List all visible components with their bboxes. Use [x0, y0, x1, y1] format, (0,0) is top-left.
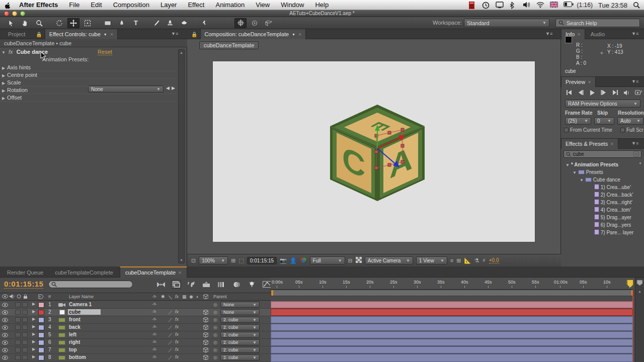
close-icon[interactable]: ×	[178, 269, 181, 276]
brush-tool[interactable]	[150, 18, 162, 28]
preset-item-7[interactable]: 7) Pare... layer	[594, 229, 633, 236]
eye-icon[interactable]	[2, 310, 8, 316]
layer-name[interactable]: back	[69, 324, 80, 330]
help-search-input[interactable]: Search Help	[555, 19, 640, 27]
film-status-icon[interactable]	[468, 2, 476, 9]
preset-item-3[interactable]: 3) Crea...right'	[594, 199, 632, 206]
shy-layers-icon[interactable]	[186, 280, 196, 289]
ram-preview-button[interactable]	[634, 89, 642, 96]
pickwhip-icon[interactable]: ◎	[213, 302, 217, 307]
apple-icon[interactable]	[4, 2, 12, 9]
region-of-interest-icon[interactable]: ⬚	[238, 257, 244, 264]
cube-layer[interactable]: E C A	[327, 101, 428, 206]
comp-mini-flowchart-icon[interactable]	[156, 280, 166, 289]
group-row-axis-hints[interactable]: ▶Axis hints	[0, 64, 177, 71]
eraser-tool[interactable]	[178, 18, 190, 28]
effect-row-cube-dance[interactable]: ▼ fx Cube dance Reset	[0, 48, 177, 56]
reset-button[interactable]: Reset	[98, 49, 112, 55]
frame-rate-dropdown[interactable]: (25)▼	[565, 117, 591, 125]
panel-menu-icon[interactable]: ▼≡	[631, 79, 638, 84]
pickwhip-icon[interactable]: ◎	[213, 347, 217, 352]
mute-audio-button[interactable]	[623, 89, 631, 96]
brainstorm-icon[interactable]	[247, 280, 257, 289]
eye-icon[interactable]	[2, 348, 8, 353]
resolution-dropdown[interactable]: Full▼	[310, 256, 345, 264]
shape-tool[interactable]	[102, 18, 114, 28]
full-screen-checkbox[interactable]: Full Scr	[620, 127, 643, 133]
region-icon[interactable]: ⊟	[348, 257, 353, 264]
menu-edit[interactable]: Edit	[91, 1, 102, 9]
preview-resolution-dropdown[interactable]: Auto▼	[617, 117, 643, 125]
duration-bar-back[interactable]	[271, 324, 633, 331]
workspace-dropdown[interactable]: Standard▼	[464, 19, 549, 27]
effect-controls-scrollbar[interactable]: ▲ ▼	[178, 49, 185, 263]
label-color-chip[interactable]	[38, 317, 44, 323]
parent-dropdown[interactable]: 2. cube▼	[220, 354, 260, 360]
wifi-icon[interactable]	[536, 2, 544, 9]
hand-tool[interactable]	[19, 18, 31, 28]
tab-render-queue[interactable]: Render Queue	[2, 267, 48, 278]
view-axis-mode-button[interactable]	[263, 18, 275, 28]
pan-behind-tool[interactable]	[82, 18, 94, 28]
cube-3d-switch-icon[interactable]	[203, 355, 208, 361]
cube-3d-switch-icon[interactable]	[203, 332, 208, 338]
tab-effect-controls[interactable]: Effect Controls: cube ▼ ×	[45, 29, 118, 39]
clear-search-icon[interactable]: ×	[633, 151, 639, 157]
menubar-clock[interactable]: Tue 23:58	[598, 2, 627, 9]
tab-composition[interactable]: Composition: cubeDanceTemplate ▼ ×	[200, 29, 306, 39]
tab-audio[interactable]: Audio	[587, 29, 609, 39]
comp-marker-bin-icon[interactable]	[636, 280, 643, 287]
pickwhip-icon[interactable]: ◎	[213, 332, 217, 337]
graph-editor-icon[interactable]	[262, 280, 272, 289]
pickwhip-icon[interactable]: ◎	[213, 340, 217, 345]
menu-view[interactable]: View	[256, 1, 270, 9]
layer-row-right[interactable]: ▶ 6 right -9-／fx ◎ 2. cube▼	[0, 339, 271, 346]
selection-tool[interactable]	[5, 18, 17, 28]
frame-blend-icon[interactable]	[201, 280, 211, 289]
close-icon[interactable]: ×	[298, 31, 301, 37]
view-layout-dropdown[interactable]: 1 View▼	[416, 256, 447, 264]
menu-layer[interactable]: Layer	[160, 1, 177, 9]
group-row-offset[interactable]: ▶Offset	[0, 94, 177, 102]
tab-effects-presets[interactable]: Effects & Presets×	[561, 139, 618, 149]
cube-3d-switch-icon[interactable]	[203, 340, 208, 346]
next-frame-button[interactable]	[600, 89, 608, 96]
panel-menu-icon[interactable]: ▼≡	[545, 31, 552, 36]
transparency-grid-icon[interactable]	[356, 257, 362, 264]
timeline-ruler[interactable]: 0:00s 05s 10s 15s 20s 25s 30s 35s 40s 45…	[271, 278, 634, 290]
tab-cube-template-complete[interactable]: cubeTemplateComplete	[50, 267, 118, 278]
duration-bar-top[interactable]	[271, 346, 633, 353]
bluetooth-icon[interactable]	[509, 2, 517, 9]
lock-icon[interactable]: 🔒	[36, 32, 42, 37]
cube-3d-switch-icon[interactable]	[203, 317, 208, 323]
eye-icon[interactable]	[2, 355, 8, 361]
motion-blur-icon[interactable]	[216, 280, 226, 289]
timeline-search-input[interactable]	[48, 281, 133, 288]
tree-cube-dance-folder[interactable]: ▼ Cube dance	[578, 176, 620, 184]
display-icon[interactable]	[496, 2, 504, 9]
timeline-timecode[interactable]: 0:01:15:15	[4, 280, 43, 289]
pickwhip-icon[interactable]: ◎	[213, 355, 217, 360]
layer-name-column-label[interactable]: Layer Name	[69, 294, 94, 299]
scroll-up-icon[interactable]: ▲	[638, 161, 642, 164]
menu-effect[interactable]: Effect	[188, 1, 204, 9]
layer-row-camera[interactable]: ▶ 1 Camera 1 -9- ◎ None▼	[0, 301, 271, 309]
close-icon[interactable]: ×	[577, 31, 580, 37]
layer-row-bottom[interactable]: ▶ 8 bottom -9-／fx ◎ 2. cube▼	[0, 354, 271, 362]
close-icon[interactable]: ×	[588, 79, 591, 85]
parent-dropdown[interactable]: 2. cube▼	[220, 339, 260, 345]
group-row-centre-point[interactable]: ▶Centre point	[0, 71, 177, 79]
cube-3d-switch-icon[interactable]	[203, 347, 208, 353]
channels-icon[interactable]	[300, 257, 307, 264]
label-color-chip[interactable]	[38, 310, 44, 315]
duration-bar-right[interactable]	[271, 339, 633, 346]
time-machine-icon[interactable]	[482, 2, 490, 9]
menu-window[interactable]: Window	[281, 1, 304, 9]
menu-file[interactable]: File	[69, 1, 79, 9]
panel-menu-icon[interactable]: ▼≡	[171, 31, 178, 36]
previous-frame-button[interactable]	[577, 89, 585, 96]
menu-help[interactable]: Help	[315, 1, 329, 9]
preset-item-4[interactable]: 4) Crea...tom'	[594, 206, 631, 214]
preset-item-2[interactable]: 2) Crea...back'	[594, 191, 633, 199]
label-color-chip[interactable]	[38, 347, 44, 353]
